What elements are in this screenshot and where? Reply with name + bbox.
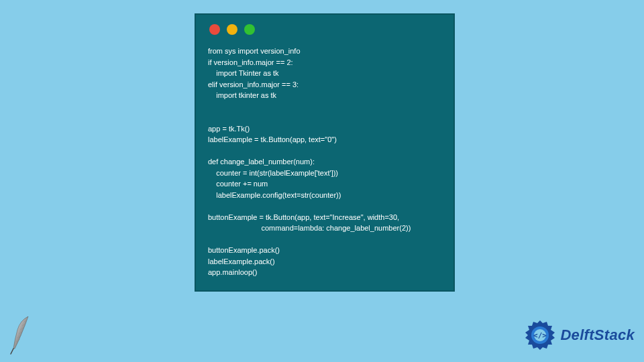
svg-text:</>: </> [533, 331, 547, 340]
maximize-icon[interactable] [244, 24, 255, 35]
code-window: from sys import version_info if version_… [195, 13, 455, 292]
feather-icon [9, 315, 35, 355]
window-controls [208, 24, 441, 35]
code-block: from sys import version_info if version_… [208, 46, 441, 278]
minimize-icon[interactable] [227, 24, 237, 35]
brand: </> DelftStack [524, 319, 635, 351]
brand-logo-icon: </> [524, 319, 556, 351]
close-icon[interactable] [209, 24, 220, 35]
brand-name: DelftStack [560, 326, 635, 344]
